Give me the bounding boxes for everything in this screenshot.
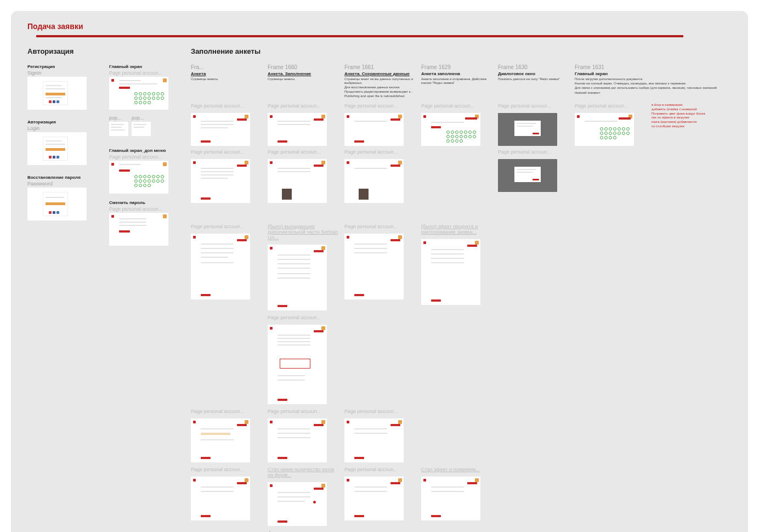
fill-c3-s3: Publishing and open file is nobraublishe… (344, 94, 416, 98)
thumb-r5c3[interactable] (344, 418, 404, 462)
ppa-r1c4: Page personal accoun... (421, 103, 492, 109)
label-mainscreen: Главный экран (109, 64, 178, 69)
fill-c4-sub: Анкета заполнена и отправлена. Действие … (421, 77, 492, 85)
thumb-r3c3[interactable] (344, 234, 404, 299)
label-mainscreen2: Главный экран_доп меню (109, 148, 178, 153)
fill-c6-s3: Для связи с описанием дат использовить t… (575, 86, 723, 90)
label-registration: Регистрация (27, 64, 96, 69)
pop1-label: pop... (109, 115, 128, 121)
ppa-r1c6: Page personal accoun... (575, 103, 646, 109)
ppa-r4c2: Page personal accoun... (268, 315, 339, 320)
design-canvas[interactable]: Подача заявки Авторизация Заполнение анк… (11, 11, 748, 532)
ppa-3: Page personal accoun... (109, 206, 178, 212)
thumb-r6c4[interactable] (421, 477, 480, 520)
ppa-r2c3: Page personal accoun... (344, 149, 416, 155)
group-heading-auth: Авторизация (27, 47, 178, 55)
thumb-main[interactable] (109, 77, 168, 110)
auth-main-col: Главный экран Page personal accoun... po… (109, 64, 178, 532)
ppa-2: Page personal accoun... (109, 154, 178, 160)
frame-1629: Frame 1629 (421, 64, 492, 70)
component-login: Login (27, 126, 96, 131)
fill-c6-title: Главный экран (575, 71, 723, 76)
label-restore: Восстановление пароля (27, 175, 96, 180)
ppa-r3c4-underline[interactable]: (было) эфект продукта и распознавание за… (421, 224, 492, 235)
thumb-pop1[interactable] (109, 122, 128, 136)
ppa-r3c1: Page personal accoun... (191, 224, 262, 229)
label-auth: Авторизация (27, 120, 96, 124)
frame-1660: Frame 1660 (268, 64, 339, 70)
group-heading-fill: Заполнение анкеты (191, 47, 732, 55)
fill-c5-sub: Показать диалога на полу "Redo заявок" (498, 77, 569, 81)
fill-c6-s1: После загрузки дополнительного документа (575, 77, 723, 81)
thumb-r1c4[interactable] (421, 113, 480, 146)
thumb-chpw[interactable] (109, 213, 168, 246)
fill-c1-title[interactable]: Анкета (191, 71, 262, 76)
thumb-r3c4[interactable] (421, 239, 480, 305)
thumb-r1c2[interactable] (268, 113, 327, 146)
fill-c4-title: Анкета заполнена (421, 71, 492, 76)
thumb-r5c2[interactable] (268, 418, 327, 462)
pop2-label: pop... (132, 115, 151, 121)
ppa-r3c3: Page personal accoun... (344, 224, 416, 229)
fill-c3-title[interactable]: Анкета. Сохраненные данные (344, 71, 416, 76)
thumb-r2c2[interactable] (268, 159, 327, 203)
fill-c6-s2: Кнопки на полный экран. Очевидно, календ… (575, 82, 723, 86)
thumb-r3c2[interactable] (268, 245, 327, 310)
fill-c6-s4: Нижний элемент (575, 91, 723, 95)
annotation-block: в блок в названании добавить (ячейка с н… (652, 103, 723, 129)
thumb-r3c1[interactable] (191, 234, 250, 299)
ppa-r5c2: Page personal accoun... (268, 409, 339, 414)
frame-1631: Frame 1631 (575, 64, 723, 70)
fill-c3-s2: Для восстановлении данных кнопка Продолж… (344, 86, 416, 93)
thumb-signin[interactable] (27, 77, 87, 110)
fill-c2-title[interactable]: Анкета. Заполнение (268, 71, 339, 76)
component-signin: SignIn (27, 70, 96, 76)
component-password: Passwword (27, 181, 96, 186)
thumb-password[interactable] (27, 188, 87, 220)
section-title: Подача заявки (27, 22, 83, 31)
thumb-r1c1[interactable] (191, 113, 250, 146)
frame-1661: Frame 1661 (344, 64, 416, 70)
header-row: Подача заявки (27, 22, 732, 37)
ppa-r6c1: Page personal accoun... (191, 467, 262, 472)
fill-c2-sub: Страницы анкеты (268, 77, 339, 81)
ppa-r1c2: Page personal accoun... (268, 103, 339, 109)
ppa-r1c3: Page personal accoun... (344, 103, 416, 109)
fill-c3-s1: Страницы анкет на вы данных полученных и… (344, 77, 416, 85)
thumb-r1c5-dialog1[interactable] (498, 113, 557, 146)
ppa-r3c2-underline[interactable]: (было) выпадающее дополнительной части S… (268, 224, 339, 240)
thumb-r4c2[interactable] (268, 325, 327, 404)
thumb-r6c1[interactable] (191, 477, 250, 520)
ppa-r5c3: Page personal accoun... (344, 409, 416, 414)
frame-1630: Frame 1630 (498, 64, 569, 70)
ppa-r2c2: Page personal accoun... (268, 149, 339, 155)
fill-c1-sub: Страницы анкеты (191, 77, 262, 81)
thumb-r1c6[interactable] (575, 113, 634, 146)
ppa-r1c5b: Page personal accoun... (498, 149, 569, 155)
thumb-r1c5-dialog2[interactable] (498, 159, 557, 192)
thumb-r6c2[interactable] (268, 482, 327, 526)
label-chpw: Сменить пароль (109, 200, 178, 205)
thumb-r5c1[interactable] (191, 418, 250, 462)
ppa-1: Page personal accoun... (109, 70, 178, 76)
auth-registration-col: Регистрация SignIn Авторизация Login (27, 64, 96, 532)
ppa-r1c1: Page personal accoun... (191, 103, 262, 109)
ppa-r5c1: Page personal accoun... (191, 409, 262, 414)
ppa-r6c3: Page personal accoun... (344, 467, 416, 472)
ppa-r2c1: Page personal accoun... (191, 149, 262, 155)
ppa-r6c4[interactable]: Стал эфект и появляем... (421, 467, 492, 472)
ppa-r1c5: Page personal accoun... (498, 103, 569, 109)
thumb-r2c3[interactable] (344, 159, 404, 203)
ppa-r6c2[interactable]: Стал некие количество каток на форм... (268, 467, 339, 478)
thumb-main2[interactable] (109, 161, 168, 194)
frame-1659: Fra... (191, 64, 262, 70)
thumb-login[interactable] (27, 132, 87, 165)
fill-c5-title: Диалоговое окно (498, 71, 569, 76)
thumb-pop2[interactable] (132, 122, 151, 136)
thumb-r6c3[interactable] (344, 477, 404, 520)
thumb-r1c3[interactable] (344, 113, 404, 146)
thumb-r2c1[interactable] (191, 159, 250, 203)
